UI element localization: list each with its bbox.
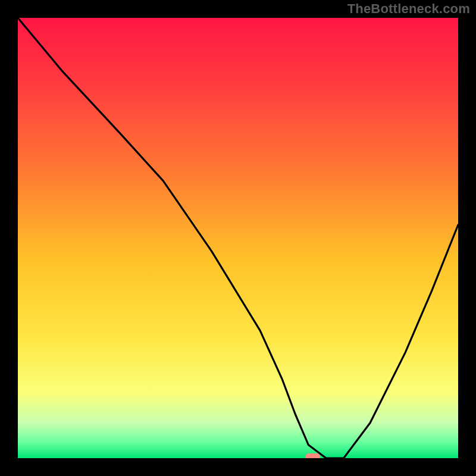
chart-frame: TheBottleneck.com (0, 0, 476, 476)
optimum-marker (306, 453, 320, 458)
gradient-background (18, 18, 458, 458)
plot-area (18, 18, 458, 458)
chart-svg (18, 18, 458, 458)
watermark-label: TheBottleneck.com (347, 1, 470, 17)
